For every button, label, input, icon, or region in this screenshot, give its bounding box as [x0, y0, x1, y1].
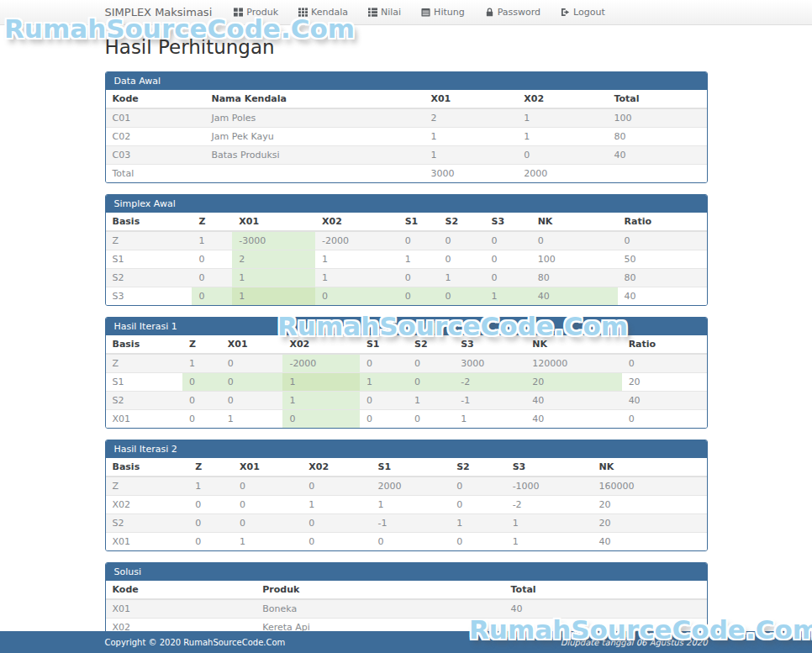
table-cell: 2	[424, 108, 517, 128]
table-cell: 0	[398, 231, 439, 250]
table-cell: Z	[106, 354, 183, 373]
column-header: S2	[408, 335, 454, 354]
nav-item-hitung[interactable]: Hitung	[411, 0, 475, 24]
data-awal-table: KodeNama KendalaX01X02TotalC01Jam Poles2…	[106, 90, 707, 182]
nav-item-label: Produk	[246, 7, 278, 18]
column-header: Basis	[106, 335, 183, 354]
table-cell: 1	[372, 496, 451, 514]
table-cell: 1	[315, 250, 398, 269]
table-cell: S1	[106, 373, 183, 392]
table-cell: 1	[506, 514, 593, 533]
table-cell: 0	[622, 410, 707, 429]
table-cell: 0	[517, 146, 607, 165]
table-cell: -1	[454, 392, 525, 410]
table-cell	[204, 165, 424, 183]
table-cell: 1	[454, 410, 525, 429]
table-cell: 0	[360, 392, 408, 410]
table-cell: -2000	[315, 231, 398, 250]
table-cell: 1	[439, 269, 485, 287]
footer-copyright: Copyright © 2020 RumahSourceCode.Com	[105, 638, 286, 647]
column-header: Nama Kendala	[204, 90, 424, 108]
table-cell: S2	[106, 392, 183, 410]
table-cell: 3000	[454, 354, 525, 373]
th-list-icon	[368, 8, 377, 17]
table-cell: 0	[372, 533, 451, 551]
table-cell: S1	[106, 250, 192, 269]
navbar-brand[interactable]: SIMPLEX Maksimasi	[105, 6, 213, 18]
column-header: X02	[315, 213, 398, 231]
table-row: C01Jam Poles21100	[106, 108, 707, 128]
table-cell: -2000	[282, 354, 360, 373]
table-cell: 0	[450, 533, 505, 551]
table-cell: S2	[106, 514, 189, 533]
table-cell: C01	[106, 108, 205, 128]
footer-updated: Diupdate tanggal 06 Agustus 2020	[561, 638, 708, 647]
table-cell: 0	[485, 250, 531, 269]
column-header: X01	[233, 458, 302, 477]
table-cell: 0	[485, 269, 531, 287]
panel-data-awal: Data Awal KodeNama KendalaX01X02TotalC01…	[105, 71, 708, 183]
table-cell: X02	[106, 496, 189, 514]
header-row: BasisZX01X02S1S2S3NKRatio	[106, 335, 707, 354]
nav-item-kendala[interactable]: Kendala	[288, 0, 358, 24]
table-cell: 0	[531, 231, 618, 250]
nav-item-label: Password	[498, 7, 540, 18]
table-cell: X01	[106, 599, 256, 619]
table-cell: 1	[282, 392, 360, 410]
nav-item-nilai[interactable]: Nilai	[358, 0, 411, 24]
table-cell: -2	[454, 373, 525, 392]
column-header: Basis	[106, 458, 189, 477]
table-cell: 40	[608, 146, 707, 165]
column-header: Z	[182, 335, 221, 354]
table-cell: 0	[439, 287, 485, 306]
nav-item-password[interactable]: Password	[475, 0, 551, 24]
table-cell: Jam Pek Kayu	[204, 128, 424, 146]
table-cell: 0	[221, 354, 283, 373]
table-cell: 0	[408, 410, 454, 429]
table-cell: 100	[531, 250, 618, 269]
column-header: Kode	[106, 90, 205, 108]
lock-icon	[485, 8, 494, 17]
header-row: BasisZX01X02S1S2S3NKRatio	[106, 213, 707, 231]
table-row: S200101-14040	[106, 392, 707, 410]
table-cell: 1	[192, 231, 232, 250]
table-row: C02Jam Pek Kayu1180	[106, 128, 707, 146]
table-cell: Boneka	[256, 599, 504, 619]
table-cell: X01	[106, 410, 183, 429]
header-row: BasisZX01X02S1S2S3NK	[106, 458, 707, 477]
column-header: Ratio	[622, 335, 707, 354]
table-cell: 80	[531, 269, 618, 287]
nav-item-produk[interactable]: Produk	[224, 0, 288, 24]
table-cell: 1	[517, 128, 607, 146]
column-header: S2	[450, 458, 505, 477]
column-header: NK	[593, 458, 707, 477]
table-cell: 80	[608, 128, 707, 146]
table-row: X01Boneka40	[106, 599, 707, 619]
table-row: S102110010050	[106, 250, 707, 269]
column-header: Produk	[256, 581, 504, 599]
table-cell: 0	[360, 410, 408, 429]
table-cell: 1	[315, 269, 398, 287]
table-cell: 0	[182, 410, 221, 429]
table-cell: 40	[504, 599, 707, 619]
table-cell: 0	[618, 231, 707, 250]
table-cell: 0	[450, 477, 505, 496]
table-cell: C02	[106, 128, 205, 146]
column-header: X02	[517, 90, 607, 108]
table-cell: 100	[608, 108, 707, 128]
panel-title-solusi: Solusi	[106, 563, 707, 581]
table-row: Z10-20000030001200000	[106, 354, 707, 373]
table-cell: 20	[525, 373, 621, 392]
nav-item-label: Kendala	[311, 7, 348, 18]
page-title: Hasil Perhitungan	[105, 36, 708, 58]
simplex-awal-table: BasisZX01X02S1S2S3NKRatioZ1-3000-2000000…	[106, 213, 707, 305]
nav-item-logout[interactable]: Logout	[551, 0, 615, 24]
table-cell: 0	[398, 269, 439, 287]
hasil-iterasi-1-table: BasisZX01X02S1S2S3NKRatioZ10-20000030001…	[106, 335, 707, 428]
table-cell: 3000	[424, 165, 517, 183]
table-cell: 80	[618, 269, 707, 287]
table-cell: 20	[593, 496, 707, 514]
column-header: S2	[439, 213, 485, 231]
table-cell: 0	[302, 477, 371, 496]
table-cell: 0	[439, 231, 485, 250]
